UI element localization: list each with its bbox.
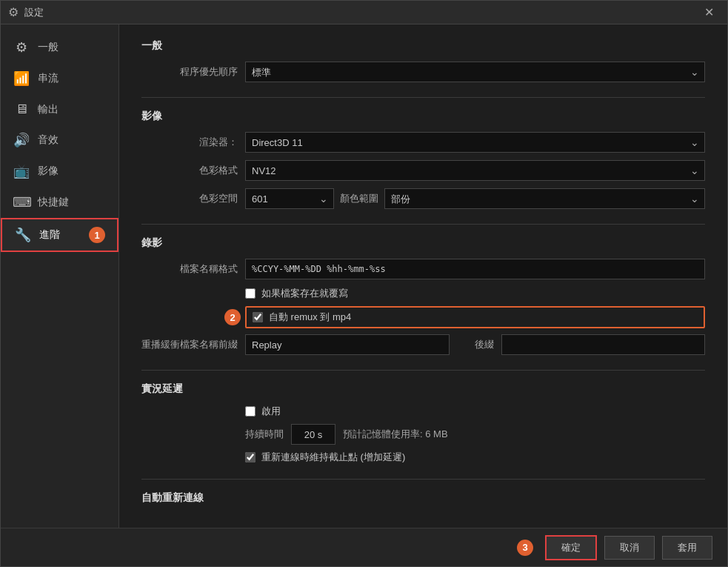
reconnect-checkbox[interactable]: [245, 452, 256, 462]
content-area: ⚙ 一般 📶 串流 🖥 輸出 🔊 音效 📺 影像 ⌨ 快捷鍵: [1, 24, 727, 528]
sidebar-item-hotkey[interactable]: ⌨ 快捷鍵: [1, 187, 118, 218]
sidebar-label-advanced: 進階: [39, 228, 60, 242]
enable-row: 啟用: [245, 405, 705, 418]
general-section-title: 一般: [141, 39, 705, 53]
duration-row: 持續時間 預計記憶體使用率: 6 MB: [245, 424, 705, 445]
duration-input[interactable]: [291, 424, 335, 445]
priority-select-wrapper[interactable]: 標準: [245, 62, 705, 82]
sidebar-label-general: 一般: [38, 41, 59, 54]
remux-row: 2 自動 remux 到 mp4: [245, 306, 705, 328]
advanced-icon: 🔧: [14, 227, 32, 243]
filename-input[interactable]: [245, 259, 705, 279]
hotkey-icon: ⌨: [13, 194, 30, 210]
renderer-label: 渲染器：: [141, 136, 238, 149]
cancel-button[interactable]: 取消: [604, 536, 655, 560]
sidebar-item-output[interactable]: 🖥 輸出: [1, 94, 118, 125]
sidebar-item-general[interactable]: ⚙ 一般: [1, 32, 118, 63]
replay-section-title: 實況延遲: [141, 382, 705, 396]
apply-button[interactable]: 套用: [662, 536, 712, 560]
video-icon: 📺: [13, 163, 30, 179]
color-space-select-wrapper[interactable]: 601: [245, 188, 334, 209]
video-section-title: 影像: [141, 110, 705, 123]
recording-section: 錄影 檔案名稱格式 如果檔案存在就覆寫 2 自動 remux 到 mp4 重播緩…: [141, 236, 705, 355]
badge-1: 1: [89, 227, 105, 243]
priority-select[interactable]: 標準: [245, 62, 705, 82]
bottom-bar: 3 確定 取消 套用: [1, 528, 727, 566]
settings-icon: ⚙: [8, 5, 19, 19]
color-format-select-wrapper[interactable]: NV12: [245, 160, 705, 181]
remux-checkbox[interactable]: [253, 312, 263, 322]
confirm-button[interactable]: 確定: [545, 535, 597, 560]
priority-label: 程序優先順序: [141, 65, 238, 79]
priority-row: 程序優先順序 標準: [141, 62, 705, 82]
sidebar-label-audio: 音效: [38, 133, 59, 147]
auto-reconnect-section: 自動重新連線: [141, 491, 705, 505]
color-space-select[interactable]: 601: [245, 188, 334, 209]
filename-label: 檔案名稱格式: [141, 262, 238, 276]
settings-window: ⚙ 設定 ✕ ⚙ 一般 📶 串流 🖥 輸出 🔊 音效 📺: [0, 0, 728, 567]
general-icon: ⚙: [13, 39, 30, 56]
auto-reconnect-title: 自動重新連線: [141, 491, 705, 505]
close-button[interactable]: ✕: [698, 2, 720, 22]
remux-label: 自動 remux 到 mp4: [269, 311, 351, 324]
badge-2: 2: [224, 309, 241, 325]
sidebar-item-stream[interactable]: 📶 串流: [1, 63, 118, 94]
sidebar-label-output: 輸出: [38, 103, 59, 116]
color-range-select[interactable]: 部份: [384, 188, 705, 209]
duration-label: 持續時間: [245, 428, 284, 441]
color-format-label: 色彩格式: [141, 164, 238, 177]
overwrite-label: 如果檔案存在就覆寫: [261, 287, 348, 300]
sidebar-label-hotkey: 快捷鍵: [38, 196, 69, 209]
window-title: 設定: [24, 6, 44, 19]
color-space-fields: 601 顏色範圍 部份: [245, 188, 705, 209]
color-format-row: 色彩格式 NV12: [141, 160, 705, 181]
color-space-row: 色彩空間 601 顏色範圍 部份: [141, 188, 705, 209]
color-space-label: 色彩空間: [141, 192, 238, 205]
reconnect-label: 重新連線時維持截止點 (增加延遲): [261, 451, 405, 464]
renderer-row: 渲染器： Direct3D 11: [141, 132, 705, 153]
enable-label: 啟用: [261, 405, 281, 418]
main-content: 一般 程序優先順序 標準 影像 渲染器：: [119, 24, 727, 528]
overwrite-checkbox[interactable]: [245, 288, 256, 299]
sidebar-item-video[interactable]: 📺 影像: [1, 156, 118, 187]
filename-row: 檔案名稱格式: [141, 259, 705, 279]
reconnect-row: 重新連線時維持截止點 (增加延遲): [245, 451, 705, 464]
sidebar-item-advanced[interactable]: 🔧 進階 1: [1, 218, 118, 252]
overwrite-row: 如果檔案存在就覆寫: [245, 287, 705, 300]
sidebar-label-stream: 串流: [38, 72, 59, 85]
output-icon: 🖥: [13, 102, 30, 117]
color-format-select[interactable]: NV12: [245, 160, 705, 181]
enable-checkbox[interactable]: [245, 406, 256, 417]
general-section: 一般 程序優先順序 標準: [141, 39, 705, 82]
title-bar-left: ⚙ 設定: [8, 5, 44, 19]
replay-prefix-label: 重播緩衝檔案名稱前綴: [141, 338, 238, 351]
badge-3: 3: [517, 540, 533, 556]
sidebar-item-audio[interactable]: 🔊 音效: [1, 125, 118, 156]
suffix-label: 後綴: [457, 338, 494, 351]
replay-prefix-row: 重播緩衝檔案名稱前綴 後綴: [141, 334, 705, 355]
suffix-input[interactable]: [501, 334, 706, 355]
replay-prefix-input[interactable]: [245, 334, 450, 355]
replay-section: 實況延遲 啟用 持續時間 預計記憶體使用率: 6 MB 重新連線時維持截止點 (…: [141, 382, 705, 464]
title-bar: ⚙ 設定 ✕: [1, 1, 727, 24]
video-section: 影像 渲染器： Direct3D 11 色彩格式 NV12: [141, 110, 705, 209]
color-range-select-wrapper[interactable]: 部份: [384, 188, 705, 209]
renderer-select-wrapper[interactable]: Direct3D 11: [245, 132, 705, 153]
stream-icon: 📶: [13, 70, 30, 87]
recording-section-title: 錄影: [141, 236, 705, 250]
memory-label: 預計記憶體使用率: 6 MB: [343, 428, 448, 441]
renderer-select[interactable]: Direct3D 11: [245, 132, 705, 153]
sidebar-label-video: 影像: [38, 165, 59, 178]
sidebar: ⚙ 一般 📶 串流 🖥 輸出 🔊 音效 📺 影像 ⌨ 快捷鍵: [1, 24, 119, 528]
audio-icon: 🔊: [13, 132, 30, 148]
color-range-label: 顏色範圍: [340, 192, 378, 205]
